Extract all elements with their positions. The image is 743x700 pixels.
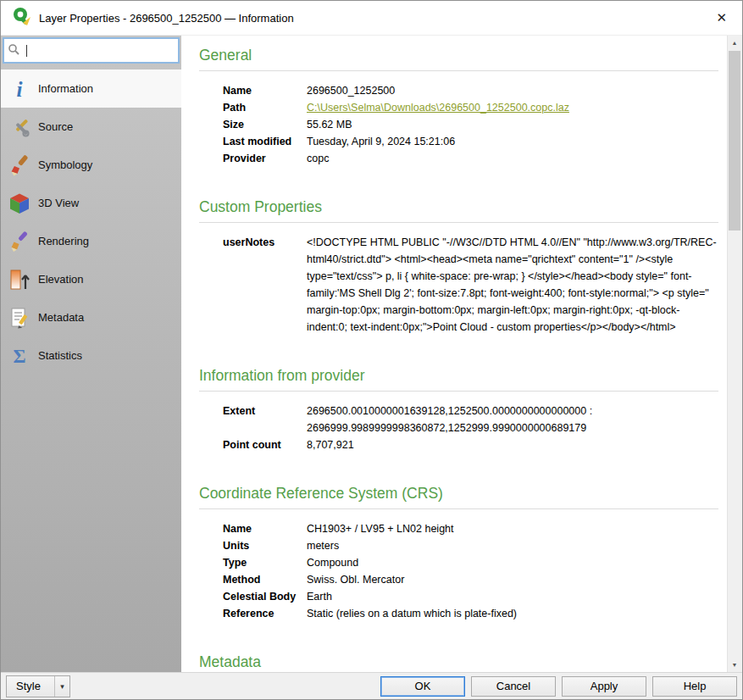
section-divider (199, 222, 718, 223)
svg-text:Σ: Σ (13, 346, 25, 367)
rendering-brush-icon (7, 229, 32, 254)
cancel-button[interactable]: Cancel (471, 676, 556, 697)
table-row: Last modified Tuesday, April 9, 2024 15:… (223, 133, 569, 150)
sidebar-item-label: Elevation (38, 273, 83, 286)
qgis-logo-icon (11, 6, 31, 30)
row-label: Name (223, 520, 307, 537)
sidebar-item-label: Metadata (38, 311, 84, 324)
layer-properties-dialog: Layer Properties - 2696500_1252500 — Inf… (0, 0, 743, 700)
row-value: Compound (307, 554, 517, 571)
sidebar-item-statistics[interactable]: Σ Statistics (1, 336, 181, 375)
sigma-icon: Σ (7, 343, 32, 369)
scroll-down-icon[interactable]: ▼ (728, 658, 741, 672)
scroll-up-icon[interactable]: ▲ (728, 36, 741, 50)
row-value: meters (307, 537, 517, 554)
table-row: Celestial Body Earth (223, 588, 517, 605)
sidebar-item-label: Source (38, 120, 73, 133)
sidebar-item-label: Symbology (38, 158, 92, 171)
section-title: Custom Properties (199, 198, 718, 216)
table-row: Extent 2696500.0010000001639128,1252500.… (223, 403, 718, 436)
sidebar: i Information Source (1, 36, 181, 672)
section-crs: Coordinate Reference System (CRS) Name C… (199, 485, 718, 622)
section-provider-information: Information from provider Extent 2696500… (199, 367, 718, 453)
row-value: Earth (307, 588, 517, 605)
row-value: copc (307, 150, 569, 167)
row-value: 55.62 MB (307, 116, 569, 133)
properties-table: Name CH1903+ / LV95 + LN02 height Units … (223, 520, 517, 622)
row-value: Static (relies on a datum which is plate… (307, 605, 517, 622)
table-row: Size 55.62 MB (223, 116, 569, 133)
sidebar-item-label: 3D View (38, 197, 79, 209)
sidebar-search-box (3, 37, 180, 64)
style-dropdown-button[interactable]: Style ▾ (6, 675, 70, 697)
tools-icon (7, 114, 32, 140)
section-metadata: Metadata (199, 653, 718, 672)
section-divider (199, 508, 718, 509)
dialog-button-group: OK Cancel Apply Help (380, 676, 739, 697)
row-label: Name (223, 82, 307, 99)
row-label: Size (223, 116, 307, 133)
info-icon: i (7, 76, 32, 102)
row-value: CH1903+ / LV95 + LN02 height (307, 520, 517, 537)
style-button-label: Style (7, 680, 54, 692)
sidebar-item-3d-view[interactable]: 3D View (1, 184, 181, 222)
sidebar-item-symbology[interactable]: Symbology (1, 146, 181, 184)
scrollbar-thumb[interactable] (729, 51, 740, 231)
properties-table: Name 2696500_1252500 Path C:\Users\Selma… (223, 82, 569, 167)
apply-button[interactable]: Apply (562, 676, 646, 697)
row-value: 2696500.0010000001639128,1252500.0000000… (307, 403, 718, 436)
row-label: Last modified (223, 133, 307, 150)
row-label: Path (223, 99, 307, 116)
row-value: <!DOCTYPE HTML PUBLIC "-//W3C//DTD HTML … (307, 234, 718, 336)
sidebar-item-rendering[interactable]: Rendering (1, 222, 181, 260)
row-label: Celestial Body (223, 588, 307, 605)
row-value: 8,707,921 (307, 436, 718, 453)
ok-button[interactable]: OK (380, 676, 465, 697)
sidebar-item-label: Rendering (38, 235, 89, 247)
row-value: Swiss. Obl. Mercator (307, 571, 517, 588)
sidebar-item-metadata[interactable]: Metadata (1, 298, 181, 336)
table-row: userNotes <!DOCTYPE HTML PUBLIC "-//W3C/… (223, 234, 718, 336)
sidebar-item-source[interactable]: Source (1, 108, 181, 146)
table-row: Path C:\Users\Selma\Downloads\2696500_12… (223, 99, 569, 116)
section-general: General Name 2696500_1252500 Path C:\Use… (199, 47, 718, 167)
section-custom-properties: Custom Properties userNotes <!DOCTYPE HT… (199, 198, 718, 336)
file-path-link[interactable]: C:\Users\Selma\Downloads\2696500_1252500… (307, 102, 569, 114)
elevation-gradient-icon (7, 267, 32, 292)
titlebar: Layer Properties - 2696500_1252500 — Inf… (1, 1, 742, 36)
window-title: Layer Properties - 2696500_1252500 — Inf… (39, 12, 294, 25)
dialog-footer: Style ▾ OK Cancel Apply Help (1, 672, 742, 699)
information-panel: General Name 2696500_1252500 Path C:\Use… (181, 36, 727, 672)
sidebar-nav: i Information Source (1, 69, 181, 375)
section-title: General (199, 47, 718, 64)
close-icon[interactable]: ✕ (711, 8, 732, 27)
row-label: userNotes (223, 234, 307, 336)
section-title: Metadata (199, 653, 718, 671)
vertical-scrollbar[interactable]: ▲ ▼ (727, 36, 742, 672)
sidebar-item-label: Statistics (38, 349, 82, 362)
section-divider (199, 391, 718, 392)
section-title: Coordinate Reference System (CRS) (199, 485, 718, 503)
properties-table: userNotes <!DOCTYPE HTML PUBLIC "-//W3C/… (223, 234, 718, 336)
table-row: Name CH1903+ / LV95 + LN02 height (223, 520, 517, 537)
row-label: Units (223, 537, 307, 554)
search-input[interactable] (22, 43, 175, 58)
row-label: Provider (223, 150, 307, 167)
dialog-body: i Information Source (1, 36, 742, 672)
cube-3d-icon (7, 191, 32, 216)
help-button[interactable]: Help (652, 676, 737, 697)
sidebar-item-information[interactable]: i Information (1, 69, 181, 108)
table-row: Method Swiss. Obl. Mercator (223, 571, 517, 588)
section-title: Information from provider (199, 367, 718, 385)
row-label: Extent (223, 403, 307, 436)
sidebar-item-label: Information (38, 82, 93, 95)
table-row: Provider copc (223, 150, 569, 167)
table-row: Reference Static (relies on a datum whic… (223, 605, 517, 622)
sidebar-item-elevation[interactable]: Elevation (1, 260, 181, 298)
search-icon (8, 43, 19, 58)
row-label: Type (223, 554, 307, 571)
row-label: Reference (223, 605, 307, 622)
paintbrush-icon (7, 153, 32, 178)
properties-table: Extent 2696500.0010000001639128,1252500.… (223, 403, 718, 453)
row-label: Method (223, 571, 307, 588)
